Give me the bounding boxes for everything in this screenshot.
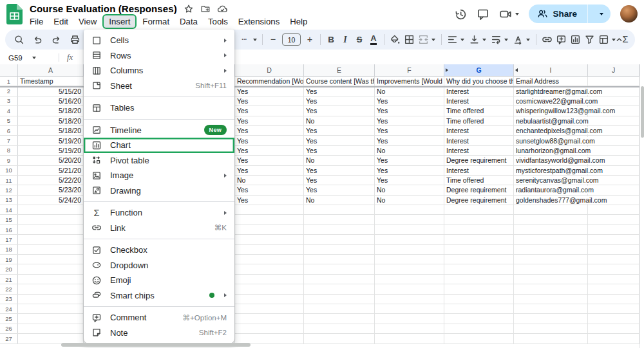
insert-menu-item-emoji[interactable]: Emoji — [84, 273, 234, 288]
cell[interactable] — [588, 304, 639, 313]
cell[interactable] — [588, 255, 639, 264]
cell[interactable] — [514, 314, 588, 323]
cell[interactable]: Yes — [304, 126, 375, 135]
cell[interactable] — [18, 324, 84, 333]
print-icon[interactable] — [68, 32, 82, 48]
cell[interactable] — [304, 245, 375, 254]
cell[interactable]: Yes — [304, 86, 375, 95]
cell[interactable]: 5/15/20 — [18, 86, 84, 95]
cell[interactable]: Yes — [375, 106, 444, 115]
align-left-icon[interactable] — [445, 32, 459, 48]
dropdown-caret-icon[interactable] — [251, 32, 259, 48]
cell[interactable] — [444, 245, 514, 254]
avatar[interactable] — [620, 5, 638, 23]
cell[interactable]: No — [304, 196, 375, 205]
cell[interactable]: sunsetglow88@gmail.com — [514, 136, 588, 145]
insert-link-icon[interactable] — [540, 32, 554, 48]
cell[interactable]: Yes — [304, 185, 375, 194]
cell[interactable] — [304, 334, 375, 343]
merge-cells-icon[interactable] — [416, 32, 430, 48]
cell[interactable]: Improvements [Would yo — [375, 77, 444, 86]
cell[interactable]: Yes — [375, 96, 444, 105]
cell[interactable] — [588, 334, 639, 343]
row-header-17[interactable]: 17 — [0, 235, 18, 244]
row-header-14[interactable]: 14 — [0, 205, 18, 214]
cell[interactable] — [235, 284, 304, 293]
insert-chart-icon[interactable] — [568, 32, 582, 48]
cell[interactable] — [514, 324, 588, 333]
cell[interactable]: Yes — [304, 96, 375, 105]
cell[interactable] — [444, 235, 514, 244]
row-header-10[interactable]: 10 — [0, 166, 18, 175]
cell[interactable]: enchantedpixels@gmail.com — [514, 126, 588, 135]
cell[interactable]: Yes — [235, 146, 304, 155]
cell[interactable]: nebulaartist@gmail.com — [514, 116, 588, 125]
version-history-icon[interactable] — [454, 8, 467, 21]
insert-menu-item-rows[interactable]: Rows — [84, 48, 234, 64]
cell[interactable] — [444, 275, 514, 284]
cell[interactable]: Interest — [444, 136, 514, 145]
cell[interactable]: No — [375, 185, 444, 194]
row-header-11[interactable]: 11 — [0, 176, 18, 185]
cell[interactable]: Yes — [375, 156, 444, 165]
cell[interactable] — [375, 284, 444, 293]
cell[interactable] — [444, 314, 514, 323]
cell[interactable] — [18, 314, 84, 323]
cell[interactable]: Yes — [235, 196, 304, 205]
insert-menu-item-comment[interactable]: Comment⌘+Option+M — [84, 310, 234, 325]
insert-menu-item-image[interactable]: Image — [84, 168, 234, 183]
comments-icon[interactable] — [477, 8, 489, 21]
cell[interactable] — [514, 334, 588, 343]
cell[interactable]: 5/24/20 — [18, 196, 84, 205]
cell[interactable] — [588, 116, 639, 125]
cell[interactable] — [18, 245, 84, 254]
cell[interactable]: radiantaurora@gmail.com — [514, 185, 588, 194]
chevron-down-icon[interactable] — [481, 39, 488, 41]
cell[interactable]: Interest — [444, 126, 514, 135]
cell[interactable] — [444, 205, 514, 214]
cell[interactable]: Yes — [235, 136, 304, 145]
cell[interactable] — [304, 295, 375, 304]
insert-menu-item-smart-chips[interactable]: Smart chips — [84, 288, 234, 304]
cell[interactable]: No — [375, 196, 444, 205]
cell[interactable] — [375, 314, 444, 323]
cell[interactable] — [18, 215, 84, 224]
text-color-icon[interactable]: A — [366, 32, 381, 48]
plus-icon[interactable]: + — [303, 32, 317, 48]
ellipsis-icon[interactable]: ··· — [237, 32, 251, 48]
cell[interactable] — [18, 205, 84, 214]
cell[interactable] — [444, 295, 514, 304]
text-rotate-icon[interactable] — [511, 32, 525, 48]
redo-icon[interactable] — [49, 32, 63, 48]
cell[interactable] — [375, 225, 444, 234]
cell[interactable] — [514, 284, 588, 293]
row-header-6[interactable]: 6 — [0, 126, 18, 135]
cell[interactable] — [235, 334, 304, 343]
insert-menu-item-tables[interactable]: Tables — [84, 100, 234, 116]
cell[interactable]: Yes — [304, 146, 375, 155]
row-header-2[interactable]: 2 — [0, 86, 18, 95]
cell[interactable] — [235, 264, 304, 273]
row-header-18[interactable]: 18 — [0, 245, 18, 254]
chevron-down-icon[interactable] — [459, 39, 466, 41]
cell[interactable]: Yes — [375, 176, 444, 185]
insert-menu-item-checkbox[interactable]: Checkbox — [84, 243, 234, 258]
cell[interactable] — [514, 255, 588, 264]
insert-comment-icon[interactable] — [554, 32, 568, 48]
cell[interactable] — [375, 264, 444, 273]
cell[interactable] — [375, 235, 444, 244]
row-header-25[interactable]: 25 — [0, 314, 18, 323]
cell[interactable]: Time offered — [444, 176, 514, 185]
cell[interactable]: Yes — [235, 185, 304, 194]
cell[interactable]: No — [304, 156, 375, 165]
cell[interactable] — [588, 146, 639, 155]
cell[interactable]: vividfantasyworld@gmail.com — [514, 156, 588, 165]
cell[interactable]: lunarhorizon@gmail.com — [514, 146, 588, 155]
cell[interactable] — [18, 264, 84, 273]
row-header-8[interactable]: 8 — [0, 146, 18, 155]
cell[interactable]: Interest — [444, 96, 514, 105]
cell[interactable]: Why did you choose this — [444, 77, 514, 86]
cell[interactable]: Course content [Was the — [304, 77, 375, 86]
undo-icon[interactable] — [30, 32, 44, 48]
cell[interactable]: starlightdreamer@gmail.com — [514, 86, 588, 95]
